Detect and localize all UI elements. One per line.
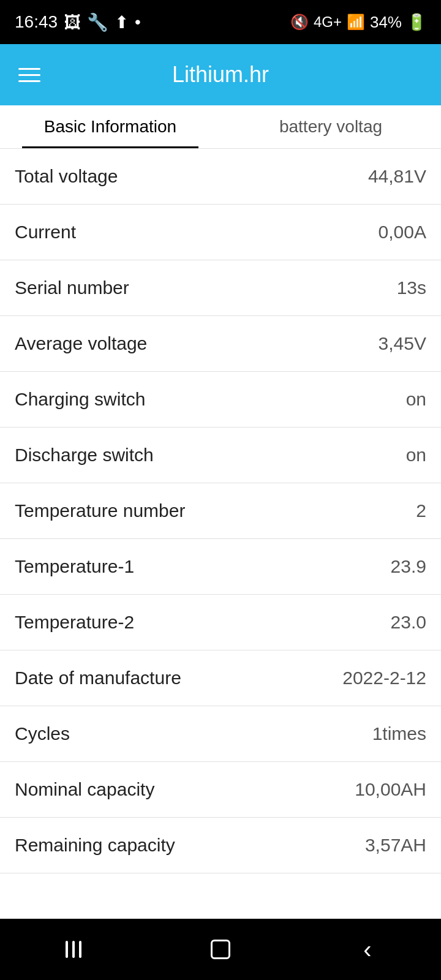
value-serial-number: 13s <box>397 277 426 298</box>
app-header: Lithium.hr <box>0 44 441 105</box>
gallery-icon: 🖼 <box>64 12 81 32</box>
value-temperature-2: 23.0 <box>391 612 426 633</box>
back-icon: ‹ <box>363 936 371 963</box>
bottom-navigation: ‹ <box>0 919 441 980</box>
tab-battery-voltage[interactable]: battery voltag <box>221 105 441 148</box>
status-time: 16:43 <box>15 12 58 32</box>
label-nominal-capacity: Nominal capacity <box>15 779 154 800</box>
status-bar: 16:43 🖼 🔧 ⬆ • 🔇 4G+ 📶 34% 🔋 <box>0 0 441 44</box>
status-left: 16:43 🖼 🔧 ⬆ • <box>15 12 141 32</box>
label-date-of-manufacture: Date of manufacture <box>15 668 181 688</box>
label-temperature-2: Temperature-2 <box>15 612 134 633</box>
label-total-voltage: Total voltage <box>15 166 118 187</box>
value-temperature-number: 2 <box>416 500 426 521</box>
value-charging-switch: on <box>406 389 426 410</box>
value-temperature-1: 23.9 <box>391 556 426 577</box>
value-total-voltage: 44,81V <box>368 166 426 187</box>
row-temperature-2: Temperature-2 23.0 <box>0 595 441 650</box>
dot-icon: • <box>135 12 141 32</box>
info-list: Total voltage 44,81V Current 0,00A Seria… <box>0 149 441 935</box>
app-title: Lithium.hr <box>172 62 269 88</box>
label-average-voltage: Average voltage <box>15 333 147 354</box>
row-total-voltage: Total voltage 44,81V <box>0 149 441 205</box>
home-icon <box>211 940 230 959</box>
label-temperature-1: Temperature-1 <box>15 556 134 577</box>
value-nominal-capacity: 10,00AH <box>355 779 426 800</box>
row-temperature-number: Temperature number 2 <box>0 483 441 539</box>
row-nominal-capacity: Nominal capacity 10,00AH <box>0 762 441 818</box>
value-remaining-capacity: 3,57AH <box>365 835 426 856</box>
back-button[interactable]: ‹ <box>343 925 392 974</box>
label-serial-number: Serial number <box>15 277 129 298</box>
wrench-icon: 🔧 <box>87 12 108 32</box>
label-remaining-capacity: Remaining capacity <box>15 835 175 856</box>
label-discharge-switch: Discharge switch <box>15 445 154 466</box>
row-temperature-1: Temperature-1 23.9 <box>0 539 441 595</box>
value-current: 0,00A <box>379 222 426 243</box>
label-charging-switch: Charging switch <box>15 389 145 410</box>
recent-apps-button[interactable] <box>49 925 98 974</box>
battery-icon: 🔋 <box>407 13 426 32</box>
status-right: 🔇 4G+ 📶 34% 🔋 <box>290 13 426 32</box>
row-date-of-manufacture: Date of manufacture 2022-2-12 <box>0 650 441 706</box>
row-charging-switch: Charging switch on <box>0 372 441 428</box>
value-average-voltage: 3,45V <box>379 333 426 354</box>
label-current: Current <box>15 222 76 243</box>
value-date-of-manufacture: 2022-2-12 <box>342 668 426 688</box>
battery-text: 34% <box>370 13 402 32</box>
tab-basic-information[interactable]: Basic Information <box>0 105 221 148</box>
hamburger-button[interactable] <box>18 68 40 82</box>
home-button[interactable] <box>196 925 245 974</box>
value-discharge-switch: on <box>406 445 426 466</box>
tab-bar: Basic Information battery voltag <box>0 105 441 149</box>
row-remaining-capacity: Remaining capacity 3,57AH <box>0 818 441 873</box>
label-cycles: Cycles <box>15 723 70 744</box>
mute-icon: 🔇 <box>290 13 309 31</box>
row-serial-number: Serial number 13s <box>0 260 441 316</box>
row-current: Current 0,00A <box>0 205 441 260</box>
row-average-voltage: Average voltage 3,45V <box>0 316 441 372</box>
row-discharge-switch: Discharge switch on <box>0 428 441 483</box>
label-temperature-number: Temperature number <box>15 500 185 521</box>
signal-bars-icon: 📶 <box>347 13 365 31</box>
row-cycles: Cycles 1times <box>0 706 441 762</box>
value-cycles: 1times <box>372 723 426 744</box>
network-icon: 4G+ <box>314 13 342 31</box>
navigation-icon: ⬆ <box>115 12 129 32</box>
